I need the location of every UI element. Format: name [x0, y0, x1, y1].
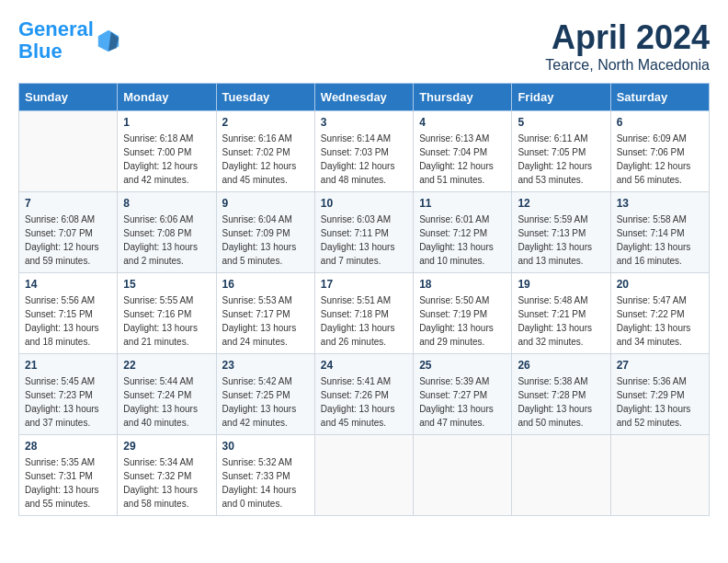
calendar-cell: 29Sunrise: 5:34 AMSunset: 7:32 PMDayligh…	[118, 435, 216, 516]
day-number: 30	[222, 440, 309, 453]
calendar-week-row: 7Sunrise: 6:08 AMSunset: 7:07 PMDaylight…	[19, 192, 710, 273]
calendar-cell: 10Sunrise: 6:03 AMSunset: 7:11 PMDayligh…	[314, 192, 413, 273]
calendar-cell: 30Sunrise: 5:32 AMSunset: 7:33 PMDayligh…	[216, 435, 314, 516]
day-number: 16	[222, 278, 309, 291]
calendar-cell: 22Sunrise: 5:44 AMSunset: 7:24 PMDayligh…	[118, 354, 216, 435]
day-info: Sunrise: 6:14 AMSunset: 7:03 PMDaylight:…	[321, 132, 407, 187]
day-info: Sunrise: 6:18 AMSunset: 7:00 PMDaylight:…	[123, 132, 210, 187]
day-info: Sunrise: 6:09 AMSunset: 7:06 PMDaylight:…	[617, 132, 703, 187]
day-info: Sunrise: 6:08 AMSunset: 7:07 PMDaylight:…	[25, 213, 111, 268]
calendar-table: SundayMondayTuesdayWednesdayThursdayFrid…	[18, 83, 710, 516]
day-number: 13	[617, 197, 703, 210]
calendar-cell: 5Sunrise: 6:11 AMSunset: 7:05 PMDaylight…	[512, 111, 610, 192]
day-number: 21	[25, 359, 111, 372]
calendar-cell: 25Sunrise: 5:39 AMSunset: 7:27 PMDayligh…	[414, 354, 512, 435]
day-number: 7	[25, 197, 111, 210]
day-number: 17	[321, 278, 407, 291]
day-number: 22	[123, 359, 210, 372]
day-info: Sunrise: 6:06 AMSunset: 7:08 PMDaylight:…	[123, 213, 210, 268]
weekday-header-tuesday: Tuesday	[216, 84, 314, 111]
day-info: Sunrise: 6:01 AMSunset: 7:12 PMDaylight:…	[419, 213, 506, 268]
calendar-cell: 20Sunrise: 5:47 AMSunset: 7:22 PMDayligh…	[610, 273, 709, 354]
calendar-cell	[512, 435, 610, 516]
day-info: Sunrise: 5:51 AMSunset: 7:18 PMDaylight:…	[321, 293, 407, 349]
calendar-cell: 19Sunrise: 5:48 AMSunset: 7:21 PMDayligh…	[512, 273, 610, 354]
day-number: 28	[25, 440, 111, 453]
day-number: 5	[518, 116, 604, 129]
weekday-header-friday: Friday	[512, 84, 610, 111]
day-number: 23	[222, 359, 309, 372]
calendar-cell: 17Sunrise: 5:51 AMSunset: 7:18 PMDayligh…	[314, 273, 413, 354]
day-number: 9	[222, 197, 309, 210]
day-info: Sunrise: 5:45 AMSunset: 7:23 PMDaylight:…	[25, 374, 111, 430]
calendar-cell: 3Sunrise: 6:14 AMSunset: 7:03 PMDaylight…	[314, 111, 413, 192]
calendar-week-row: 14Sunrise: 5:56 AMSunset: 7:15 PMDayligh…	[19, 273, 710, 354]
day-info: Sunrise: 5:44 AMSunset: 7:24 PMDaylight:…	[123, 374, 210, 430]
day-number: 4	[419, 116, 506, 129]
page-header: GeneralBlue April 2024 Tearce, North Mac…	[18, 18, 710, 74]
weekday-header-sunday: Sunday	[19, 84, 118, 111]
day-info: Sunrise: 5:50 AMSunset: 7:19 PMDaylight:…	[419, 293, 506, 349]
weekday-header-row: SundayMondayTuesdayWednesdayThursdayFrid…	[19, 84, 710, 111]
day-info: Sunrise: 5:47 AMSunset: 7:22 PMDaylight:…	[617, 293, 703, 349]
logo-text: GeneralBlue	[18, 18, 94, 63]
day-number: 11	[419, 197, 506, 210]
calendar-cell: 18Sunrise: 5:50 AMSunset: 7:19 PMDayligh…	[414, 273, 512, 354]
calendar-cell: 15Sunrise: 5:55 AMSunset: 7:16 PMDayligh…	[118, 273, 216, 354]
day-info: Sunrise: 5:42 AMSunset: 7:25 PMDaylight:…	[222, 374, 309, 430]
day-number: 19	[518, 278, 604, 291]
day-number: 10	[321, 197, 407, 210]
day-number: 3	[321, 116, 407, 129]
calendar-cell: 21Sunrise: 5:45 AMSunset: 7:23 PMDayligh…	[19, 354, 118, 435]
day-info: Sunrise: 5:59 AMSunset: 7:13 PMDaylight:…	[518, 213, 604, 268]
logo-icon	[96, 28, 121, 53]
day-number: 26	[518, 359, 604, 372]
weekday-header-thursday: Thursday	[414, 84, 512, 111]
calendar-cell: 26Sunrise: 5:38 AMSunset: 7:28 PMDayligh…	[512, 354, 610, 435]
day-info: Sunrise: 6:13 AMSunset: 7:04 PMDaylight:…	[419, 132, 506, 187]
calendar-cell: 4Sunrise: 6:13 AMSunset: 7:04 PMDaylight…	[414, 111, 512, 192]
day-info: Sunrise: 5:53 AMSunset: 7:17 PMDaylight:…	[222, 293, 309, 349]
calendar-cell: 1Sunrise: 6:18 AMSunset: 7:00 PMDaylight…	[118, 111, 216, 192]
day-info: Sunrise: 5:32 AMSunset: 7:33 PMDaylight:…	[222, 455, 309, 511]
title-block: April 2024 Tearce, North Macedonia	[545, 18, 710, 74]
day-number: 6	[617, 116, 703, 129]
calendar-cell: 16Sunrise: 5:53 AMSunset: 7:17 PMDayligh…	[216, 273, 314, 354]
calendar-week-row: 1Sunrise: 6:18 AMSunset: 7:00 PMDaylight…	[19, 111, 710, 192]
day-info: Sunrise: 5:55 AMSunset: 7:16 PMDaylight:…	[123, 293, 210, 349]
calendar-cell: 9Sunrise: 6:04 AMSunset: 7:09 PMDaylight…	[216, 192, 314, 273]
calendar-week-row: 28Sunrise: 5:35 AMSunset: 7:31 PMDayligh…	[19, 435, 710, 516]
weekday-header-wednesday: Wednesday	[314, 84, 413, 111]
day-number: 27	[617, 359, 703, 372]
day-number: 1	[123, 116, 210, 129]
day-number: 29	[123, 440, 210, 453]
calendar-cell: 13Sunrise: 5:58 AMSunset: 7:14 PMDayligh…	[610, 192, 709, 273]
day-number: 14	[25, 278, 111, 291]
page-subtitle: Tearce, North Macedonia	[545, 57, 710, 74]
day-number: 2	[222, 116, 309, 129]
day-info: Sunrise: 5:41 AMSunset: 7:26 PMDaylight:…	[321, 374, 407, 430]
calendar-cell: 28Sunrise: 5:35 AMSunset: 7:31 PMDayligh…	[19, 435, 118, 516]
calendar-cell: 7Sunrise: 6:08 AMSunset: 7:07 PMDaylight…	[19, 192, 118, 273]
calendar-week-row: 21Sunrise: 5:45 AMSunset: 7:23 PMDayligh…	[19, 354, 710, 435]
calendar-cell: 11Sunrise: 6:01 AMSunset: 7:12 PMDayligh…	[414, 192, 512, 273]
calendar-cell	[19, 111, 118, 192]
calendar-cell	[610, 435, 709, 516]
day-number: 8	[123, 197, 210, 210]
calendar-cell: 23Sunrise: 5:42 AMSunset: 7:25 PMDayligh…	[216, 354, 314, 435]
day-info: Sunrise: 5:48 AMSunset: 7:21 PMDaylight:…	[518, 293, 604, 349]
day-info: Sunrise: 6:11 AMSunset: 7:05 PMDaylight:…	[518, 132, 604, 187]
logo: GeneralBlue	[18, 18, 121, 63]
weekday-header-saturday: Saturday	[610, 84, 709, 111]
calendar-cell: 12Sunrise: 5:59 AMSunset: 7:13 PMDayligh…	[512, 192, 610, 273]
calendar-cell: 6Sunrise: 6:09 AMSunset: 7:06 PMDaylight…	[610, 111, 709, 192]
day-info: Sunrise: 5:56 AMSunset: 7:15 PMDaylight:…	[25, 293, 111, 349]
day-info: Sunrise: 6:04 AMSunset: 7:09 PMDaylight:…	[222, 213, 309, 268]
day-number: 12	[518, 197, 604, 210]
calendar-cell: 14Sunrise: 5:56 AMSunset: 7:15 PMDayligh…	[19, 273, 118, 354]
calendar-cell: 24Sunrise: 5:41 AMSunset: 7:26 PMDayligh…	[314, 354, 413, 435]
day-info: Sunrise: 6:16 AMSunset: 7:02 PMDaylight:…	[222, 132, 309, 187]
day-number: 20	[617, 278, 703, 291]
weekday-header-monday: Monday	[118, 84, 216, 111]
day-info: Sunrise: 5:39 AMSunset: 7:27 PMDaylight:…	[419, 374, 506, 430]
